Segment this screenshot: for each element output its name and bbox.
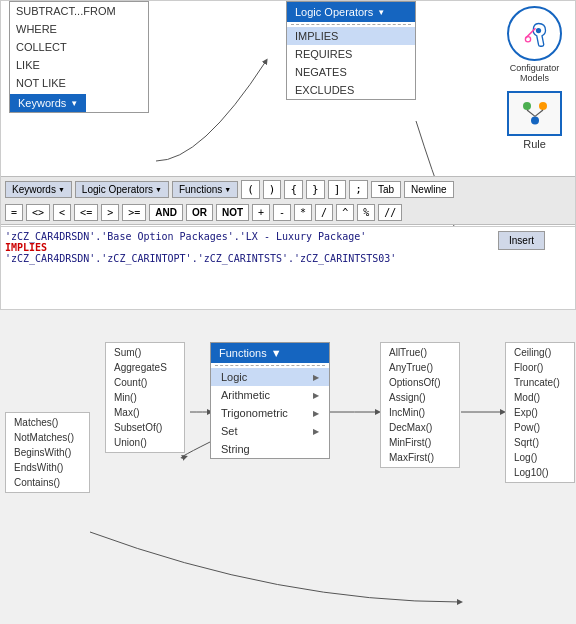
toolbar-functions-arrow-icon: ▼ xyxy=(224,186,231,193)
fn-anytrue[interactable]: AnyTrue() xyxy=(381,360,459,375)
expression-area[interactable]: 'zCZ_CAR4DRSDN'.'Base Option Packages'.'… xyxy=(1,226,575,309)
logic-negates[interactable]: NEGATES xyxy=(287,63,415,81)
svg-point-1 xyxy=(525,36,530,41)
op-dblslash[interactable]: // xyxy=(378,204,402,221)
fn-endswith[interactable]: EndsWith() xyxy=(6,460,89,475)
svg-point-0 xyxy=(535,27,540,32)
fn-trigonometric[interactable]: Trigonometric ▶ xyxy=(211,404,329,422)
fn-aggregates[interactable]: AggregateS xyxy=(106,360,184,375)
op-div[interactable]: / xyxy=(315,204,333,221)
fn-logic-arrow-icon: ▶ xyxy=(313,373,319,382)
op-caret[interactable]: ^ xyxy=(336,204,354,221)
fn-log[interactable]: Log() xyxy=(506,450,574,465)
logic-operators-button[interactable]: Logic Operators ▼ xyxy=(287,2,415,22)
svg-point-2 xyxy=(523,102,531,110)
op-lte[interactable]: <= xyxy=(74,204,98,221)
fn-set[interactable]: Set ▶ xyxy=(211,422,329,440)
fn-contains[interactable]: Contains() xyxy=(6,475,89,490)
fn-mod[interactable]: Mod() xyxy=(506,390,574,405)
kw-notlike[interactable]: NOT LIKE xyxy=(10,74,148,92)
bracket-btn[interactable]: ] xyxy=(328,180,347,199)
kw-like[interactable]: LIKE xyxy=(10,56,148,74)
rule-label: Rule xyxy=(502,138,567,150)
toolbar-keywords-btn[interactable]: Keywords ▼ xyxy=(5,181,72,198)
fn-incmin[interactable]: IncMin() xyxy=(381,405,459,420)
keywords-arrow-icon: ▼ xyxy=(70,99,78,108)
fn-notmatches[interactable]: NotMatches() xyxy=(6,430,89,445)
op-gt[interactable]: > xyxy=(101,204,119,221)
op-not[interactable]: NOT xyxy=(216,204,249,221)
op-neq[interactable]: <> xyxy=(26,204,50,221)
op-mul[interactable]: * xyxy=(294,204,312,221)
fn-pow[interactable]: Pow() xyxy=(506,420,574,435)
fn-optionsof[interactable]: OptionsOf() xyxy=(381,375,459,390)
fn-truncate[interactable]: Truncate() xyxy=(506,375,574,390)
op-and[interactable]: AND xyxy=(149,204,183,221)
fn-subsetof[interactable]: SubsetOf() xyxy=(106,420,184,435)
op-pct[interactable]: % xyxy=(357,204,375,221)
keywords-button[interactable]: Keywords ▼ xyxy=(10,94,86,112)
logic-implies[interactable]: IMPLIES xyxy=(287,27,415,45)
toolbar-logic-ops-btn[interactable]: Logic Operators ▼ xyxy=(75,181,169,198)
fn-min[interactable]: Min() xyxy=(106,390,184,405)
fn-minfirst[interactable]: MinFirst() xyxy=(381,435,459,450)
fn-max[interactable]: Max() xyxy=(106,405,184,420)
fn-list-right2: Ceiling() Floor() Truncate() Mod() Exp()… xyxy=(505,342,575,483)
newline-btn[interactable]: Newline xyxy=(404,181,454,198)
op-lt[interactable]: < xyxy=(53,204,71,221)
svg-point-4 xyxy=(531,116,539,124)
fn-arithmetic[interactable]: Arithmetic ▶ xyxy=(211,386,329,404)
fn-union[interactable]: Union() xyxy=(106,435,184,450)
operators-row: = <> < <= > >= AND OR NOT + - * / ^ % // xyxy=(1,201,575,225)
op-gte[interactable]: >= xyxy=(122,204,146,221)
fn-matches[interactable]: Matches() xyxy=(6,415,89,430)
keywords-dropdown: SUBTRACT...FROM WHERE COLLECT LIKE NOT L… xyxy=(9,1,149,113)
configurator-circle xyxy=(507,6,562,61)
fn-floor[interactable]: Floor() xyxy=(506,360,574,375)
paren-close-btn[interactable]: ) xyxy=(263,180,282,199)
toolbar-row: Keywords ▼ Logic Operators ▼ Functions ▼… xyxy=(1,176,575,203)
op-or[interactable]: OR xyxy=(186,204,213,221)
fn-ceiling[interactable]: Ceiling() xyxy=(506,345,574,360)
fn-alltrue[interactable]: AllTrue() xyxy=(381,345,459,360)
tab-btn[interactable]: Tab xyxy=(371,181,401,198)
fn-count[interactable]: Count() xyxy=(106,375,184,390)
logic-operators-dropdown: Logic Operators ▼ IMPLIES REQUIRES NEGAT… xyxy=(286,1,416,100)
rule-box xyxy=(507,91,562,136)
fn-beginswith[interactable]: BeginsWith() xyxy=(6,445,89,460)
expr-line2: IMPLIES xyxy=(5,242,571,253)
brace-close-btn[interactable]: } xyxy=(306,180,325,199)
op-plus[interactable]: + xyxy=(252,204,270,221)
rule-icon-container[interactable]: Rule xyxy=(502,91,567,150)
insert-button[interactable]: Insert xyxy=(498,231,545,250)
svg-line-5 xyxy=(527,110,535,116)
kw-where[interactable]: WHERE xyxy=(10,20,148,38)
fn-string[interactable]: String xyxy=(211,440,329,458)
fn-log10[interactable]: Log10() xyxy=(506,465,574,480)
fn-sqrt[interactable]: Sqrt() xyxy=(506,435,574,450)
functions-button[interactable]: Functions ▼ xyxy=(211,343,329,363)
semicolon-btn[interactable]: ; xyxy=(349,180,368,199)
brace-open-btn[interactable]: { xyxy=(284,180,303,199)
fn-assign[interactable]: Assign() xyxy=(381,390,459,405)
op-eq[interactable]: = xyxy=(5,204,23,221)
fn-maxfirst[interactable]: MaxFirst() xyxy=(381,450,459,465)
fn-decmax[interactable]: DecMax() xyxy=(381,420,459,435)
logic-excludes[interactable]: EXCLUDES xyxy=(287,81,415,99)
fn-sum[interactable]: Sum() xyxy=(106,345,184,360)
expr-line1: 'zCZ_CAR4DRSDN'.'Base Option Packages'.'… xyxy=(5,231,571,242)
configurator-models-icon[interactable]: Configurator Models xyxy=(502,6,567,83)
bottom-section: Sum() AggregateS Count() Min() Max() Sub… xyxy=(0,312,576,624)
op-minus[interactable]: - xyxy=(273,204,291,221)
fn-logic[interactable]: Logic ▶ xyxy=(211,368,329,386)
expr-line3: 'zCZ_CAR4DRSDN'.'zCZ_CARINTOPT'.'zCZ_CAR… xyxy=(5,253,571,264)
fn-trig-arrow-icon: ▶ xyxy=(313,409,319,418)
logic-requires[interactable]: REQUIRES xyxy=(287,45,415,63)
functions-dropdown: Functions ▼ Logic ▶ Arithmetic ▶ Trigono… xyxy=(210,342,330,459)
fn-list-left: Sum() AggregateS Count() Min() Max() Sub… xyxy=(105,342,185,453)
fn-exp[interactable]: Exp() xyxy=(506,405,574,420)
paren-open-btn[interactable]: ( xyxy=(241,180,260,199)
kw-subtract[interactable]: SUBTRACT...FROM xyxy=(10,2,148,20)
toolbar-functions-btn[interactable]: Functions ▼ xyxy=(172,181,238,198)
kw-collect[interactable]: COLLECT xyxy=(10,38,148,56)
